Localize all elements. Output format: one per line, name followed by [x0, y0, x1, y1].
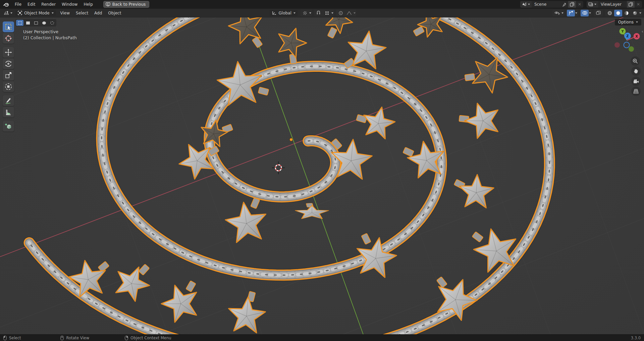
shading-material-button[interactable] [623, 10, 631, 16]
tool-cursor-icon [4, 34, 12, 42]
tool-transform-button[interactable] [3, 81, 14, 92]
editor-type-button[interactable] [2, 10, 14, 16]
gizmo-minus-z[interactable] [624, 42, 630, 48]
menu-view[interactable]: View [57, 10, 73, 16]
viewlayer-name[interactable]: ViewLayer [598, 2, 627, 7]
select-extend-icon [26, 21, 30, 25]
view-perspective-label: User Perspective [23, 29, 77, 35]
tool-select-box-button[interactable] [3, 21, 14, 32]
object-type-visibility-dropdown[interactable] [553, 10, 561, 16]
new-scene-button[interactable] [568, 1, 576, 8]
toggle-xray[interactable] [594, 10, 602, 16]
proportional-falloff-dropdown[interactable] [345, 10, 353, 16]
shading-wireframe-button[interactable] [606, 10, 614, 16]
shading-rendered-button[interactable] [631, 10, 639, 16]
scene-name[interactable]: Scene [532, 2, 560, 7]
zoom-view-button[interactable] [631, 56, 640, 66]
rendered-sphere-icon [633, 11, 637, 15]
options-dropdown[interactable]: Options [615, 19, 641, 26]
tool-annotate-button[interactable] [3, 95, 14, 106]
menu-edit[interactable]: Edit [24, 1, 38, 8]
scene-selector: Scene ✕ [520, 1, 583, 8]
snap-target-dropdown[interactable] [323, 10, 331, 16]
new-viewlayer-button[interactable] [627, 1, 635, 8]
tool-rotate-icon [4, 60, 12, 68]
blender-version: 3.3.0 [631, 336, 641, 340]
tool-scale-button[interactable] [3, 70, 14, 81]
active-object-label: (2) Collection | NurbsPath [23, 35, 77, 41]
select-extend-button[interactable] [24, 20, 32, 26]
chevron-down-icon [331, 12, 333, 14]
select-invert-icon [42, 21, 46, 25]
overlays-icon [582, 11, 587, 15]
pivot-point-dropdown[interactable] [301, 10, 309, 16]
toggle-perspective-button[interactable] [631, 87, 641, 96]
menu-object[interactable]: Object [105, 10, 124, 16]
scene-browse-button[interactable] [520, 1, 532, 8]
menu-add[interactable]: Add [91, 10, 105, 16]
pan-view-button[interactable] [631, 66, 641, 76]
gizmo-minus-x[interactable] [614, 42, 620, 48]
tool-move-button[interactable] [3, 47, 14, 58]
tool-transform-icon [4, 83, 12, 91]
status-rotate-view: Rotate View [60, 336, 89, 340]
camera-view-button[interactable] [631, 77, 641, 86]
orientation-gizmo[interactable]: Y Z X [614, 27, 641, 54]
blender-logo-icon[interactable] [3, 2, 9, 7]
menu-help[interactable]: Help [80, 1, 96, 8]
viewport-3d[interactable] [0, 0, 644, 341]
back-to-previous-button[interactable]: Back to Previous [103, 1, 150, 8]
menu-render[interactable]: Render [38, 1, 59, 8]
viewlayer-icon [588, 2, 593, 7]
viewlayer-browse-button[interactable] [587, 1, 598, 8]
tool-measure-button[interactable] [3, 107, 14, 117]
show-overlays-toggle[interactable] [581, 10, 589, 16]
select-set-button[interactable] [16, 20, 23, 26]
mouse-left-icon [3, 336, 7, 340]
status-context-menu-label: Object Context Menu [130, 336, 171, 340]
chevron-down-icon [575, 12, 577, 14]
magnifier-plus-icon [633, 58, 638, 64]
pivot-icon [303, 11, 307, 15]
select-subtract-icon [34, 21, 38, 25]
mode-dropdown[interactable]: Object Mode [15, 10, 56, 16]
top-bar: File Edit Render Window Help Back to Pre… [0, 0, 644, 9]
mouse-right-icon [125, 336, 128, 340]
orientation-axes-icon [272, 11, 277, 15]
remove-viewlayer-button[interactable]: ✕ [635, 2, 642, 7]
tool-cursor-button[interactable] [3, 33, 14, 44]
viewlayer-selector: ViewLayer ✕ [587, 1, 642, 8]
viewport-info-text: User Perspective (2) Collection | NurbsP… [23, 29, 77, 41]
chevron-down-icon [52, 12, 54, 14]
scene-icon [522, 2, 527, 7]
select-intersect-button[interactable] [48, 20, 56, 26]
shading-solid-button[interactable] [614, 10, 622, 16]
gizmo-y-label: Y [621, 30, 624, 33]
unlink-scene-button[interactable]: ✕ [576, 2, 583, 7]
transform-orientation-dropdown[interactable]: Global [270, 10, 298, 16]
gizmo-z-label: Z [626, 34, 629, 38]
menu-window[interactable]: Window [59, 1, 80, 8]
gizmo-minus-y[interactable] [629, 46, 634, 52]
duplicate-icon [570, 2, 574, 7]
tool-add-cube-icon [4, 122, 12, 130]
chevron-down-icon [561, 12, 564, 14]
tool-rotate-button[interactable] [3, 58, 14, 69]
tool-add-cube-button[interactable] [3, 121, 14, 132]
menu-file[interactable]: File [12, 1, 24, 8]
gizmo-x-label: X [635, 35, 638, 38]
snap-toggle[interactable] [315, 10, 323, 16]
show-gizmo-toggle[interactable] [567, 10, 575, 16]
select-invert-button[interactable] [40, 20, 48, 26]
orientation-label: Global [279, 11, 291, 15]
select-intersect-icon [50, 21, 54, 25]
tool-select-box-icon [4, 23, 12, 31]
pin-scene-button[interactable] [560, 1, 568, 8]
blender-window: { "topbar": { "menus": ["File", "Edit", … [0, 0, 644, 341]
status-context-menu: Object Context Menu [125, 336, 171, 340]
menu-select[interactable]: Select [73, 10, 91, 16]
select-subtract-button[interactable] [32, 20, 40, 26]
proportional-editing-toggle[interactable] [337, 10, 345, 16]
sidebar-collapse-arrow[interactable]: ‹ [642, 29, 643, 34]
proportional-circle-icon [338, 11, 343, 15]
